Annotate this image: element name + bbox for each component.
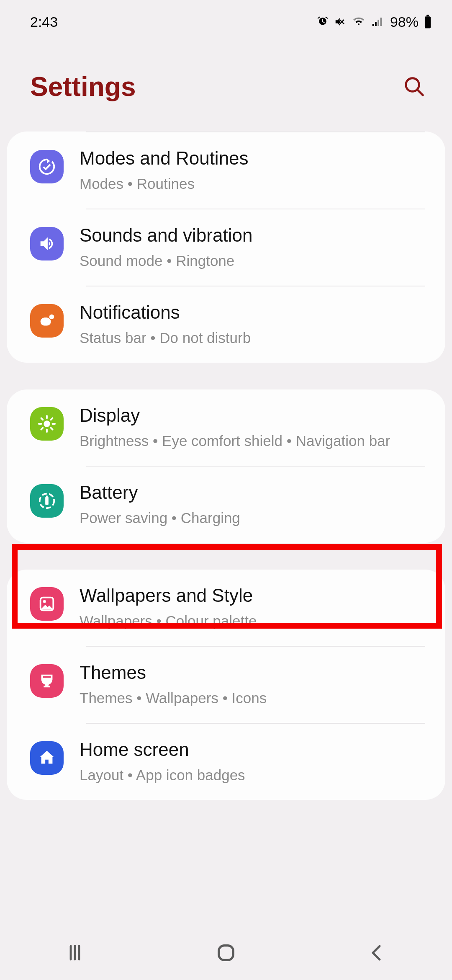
settings-group-1: Modes and Routines Modes • Routines Soun… bbox=[7, 132, 445, 363]
setting-row-display[interactable]: Display Brightness • Eye comfort shield … bbox=[7, 389, 445, 466]
status-bar: 2:43 98% bbox=[0, 0, 452, 38]
row-title: Sounds and vibration bbox=[80, 224, 425, 247]
row-title: Notifications bbox=[80, 302, 425, 324]
setting-row-battery[interactable]: Battery Power saving • Charging bbox=[7, 467, 445, 543]
row-title: Display bbox=[80, 405, 425, 427]
svg-line-11 bbox=[41, 418, 43, 420]
setting-row-modes-routines[interactable]: Modes and Routines Modes • Routines bbox=[7, 132, 445, 209]
svg-rect-17 bbox=[46, 496, 48, 498]
svg-point-6 bbox=[44, 420, 50, 427]
notifications-icon bbox=[30, 304, 64, 338]
setting-row-themes[interactable]: Themes Themes • Wallpapers • Icons bbox=[7, 647, 445, 723]
row-title: Modes and Routines bbox=[80, 147, 425, 170]
sound-icon bbox=[30, 227, 64, 260]
row-subtitle: Brightness • Eye comfort shield • Naviga… bbox=[80, 431, 425, 451]
svg-point-5 bbox=[49, 315, 54, 320]
setting-row-sounds-vibration[interactable]: Sounds and vibration Sound mode • Ringto… bbox=[7, 209, 445, 286]
mute-icon bbox=[334, 15, 347, 28]
row-subtitle: Layout • App icon badges bbox=[80, 765, 425, 785]
nav-recents-button[interactable] bbox=[65, 943, 85, 963]
android-nav-bar bbox=[0, 926, 452, 980]
battery-icon bbox=[30, 484, 64, 518]
row-subtitle: Status bar • Do not disturb bbox=[80, 328, 425, 348]
svg-line-12 bbox=[51, 428, 53, 430]
home-icon bbox=[30, 741, 64, 775]
setting-row-notifications[interactable]: Notifications Status bar • Do not distur… bbox=[7, 286, 445, 363]
settings-group-2: Display Brightness • Eye comfort shield … bbox=[7, 389, 445, 543]
modes-routines-icon bbox=[30, 150, 64, 183]
display-icon bbox=[30, 407, 64, 441]
status-icons: 98% bbox=[316, 14, 432, 30]
wallpapers-icon bbox=[30, 587, 64, 621]
row-title: Battery bbox=[80, 482, 425, 504]
setting-row-wallpapers-style[interactable]: Wallpapers and Style Wallpapers • Colour… bbox=[7, 570, 445, 646]
nav-back-button[interactable] bbox=[367, 943, 387, 963]
row-subtitle: Sound mode • Ringtone bbox=[80, 251, 425, 271]
row-title: Themes bbox=[80, 662, 425, 684]
row-subtitle: Modes • Routines bbox=[80, 174, 425, 193]
battery-icon bbox=[424, 15, 432, 29]
search-button[interactable] bbox=[402, 74, 427, 99]
signal-icon bbox=[371, 15, 383, 28]
setting-row-home-screen[interactable]: Home screen Layout • App icon badges bbox=[7, 724, 445, 800]
svg-rect-16 bbox=[45, 497, 49, 505]
svg-line-3 bbox=[417, 90, 423, 95]
row-title: Home screen bbox=[80, 739, 425, 761]
svg-rect-23 bbox=[219, 946, 234, 960]
nav-home-button[interactable] bbox=[215, 942, 237, 964]
row-title: Wallpapers and Style bbox=[80, 585, 425, 607]
header: Settings bbox=[0, 38, 452, 132]
svg-line-14 bbox=[51, 418, 53, 420]
row-subtitle: Themes • Wallpapers • Icons bbox=[80, 688, 425, 708]
search-icon bbox=[403, 75, 426, 98]
svg-rect-0 bbox=[425, 16, 431, 28]
alarm-icon bbox=[316, 15, 329, 28]
wifi-icon bbox=[352, 15, 366, 28]
svg-rect-4 bbox=[41, 317, 51, 325]
svg-point-19 bbox=[43, 600, 46, 603]
themes-icon bbox=[30, 664, 64, 698]
status-time: 2:43 bbox=[30, 14, 58, 30]
row-subtitle: Power saving • Charging bbox=[80, 508, 425, 528]
svg-rect-1 bbox=[426, 15, 429, 16]
page-title: Settings bbox=[30, 71, 136, 102]
row-subtitle: Wallpapers • Colour palette bbox=[80, 611, 425, 631]
battery-percent: 98% bbox=[390, 14, 419, 30]
settings-group-3: Wallpapers and Style Wallpapers • Colour… bbox=[7, 570, 445, 800]
svg-line-13 bbox=[41, 428, 43, 430]
